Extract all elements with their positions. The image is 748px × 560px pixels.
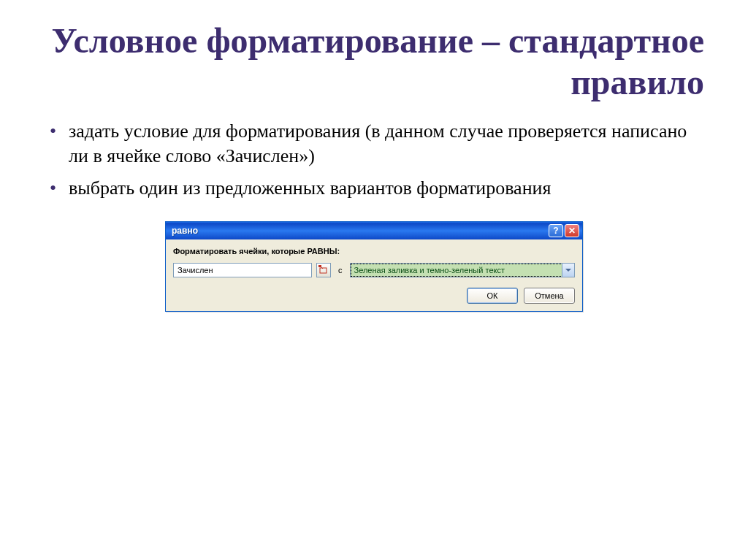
ok-button[interactable]: ОК	[467, 288, 518, 304]
dialog-button-row: ОК Отмена	[173, 288, 575, 304]
help-icon[interactable]: ?	[549, 224, 563, 237]
slide-title: Условное форматирование – стандартное пр…	[44, 20, 704, 103]
chevron-down-icon[interactable]	[562, 264, 574, 277]
dialog-body: Форматировать ячейки, которые РАВНЫ: с З…	[166, 239, 582, 311]
bullet-list: задать условие для форматирования (в дан…	[44, 119, 704, 200]
dialog-caption: равно	[172, 226, 547, 236]
cancel-button[interactable]: Отмена	[524, 288, 575, 304]
format-combo-value: Зеленая заливка и темно-зеленый текст	[354, 266, 505, 275]
bullet-item: выбрать один из предложенных вариантов ф…	[50, 176, 704, 201]
condition-input[interactable]	[173, 263, 312, 277]
dialog-titlebar[interactable]: равно ? ✕	[166, 222, 582, 239]
input-row: с Зеленая заливка и темно-зеленый текст	[173, 263, 575, 277]
format-combo[interactable]: Зеленая заливка и темно-зеленый текст	[350, 263, 576, 277]
with-label: с	[335, 266, 346, 275]
dialog-window: равно ? ✕ Форматировать ячейки, которые …	[165, 221, 583, 312]
range-selector-button[interactable]	[316, 263, 331, 277]
close-icon[interactable]: ✕	[565, 224, 579, 237]
bullet-item: задать условие для форматирования (в дан…	[50, 119, 704, 169]
svg-rect-0	[320, 268, 327, 273]
dialog-container: равно ? ✕ Форматировать ячейки, которые …	[44, 221, 704, 312]
dialog-instruction-label: Форматировать ячейки, которые РАВНЫ:	[173, 247, 575, 256]
